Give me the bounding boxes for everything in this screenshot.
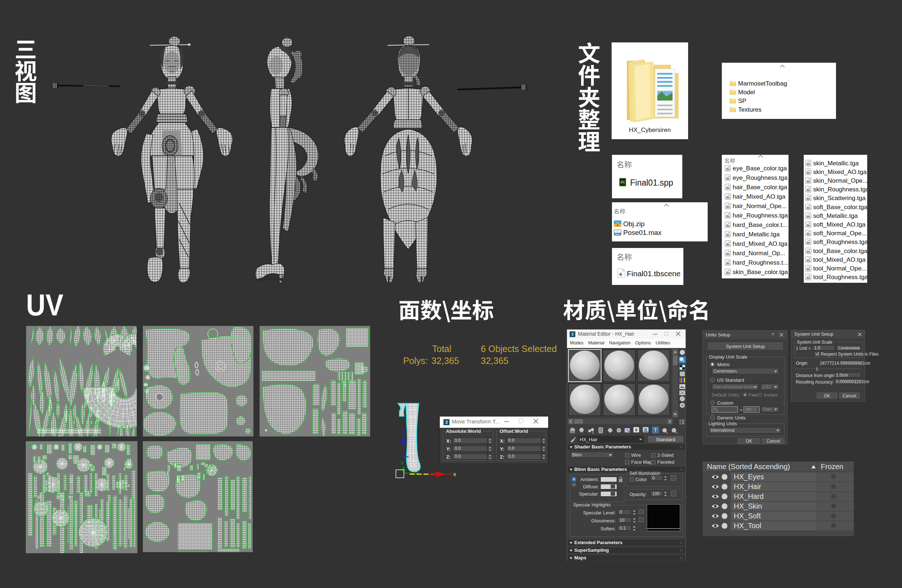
svg-text:0: 0 <box>635 428 637 432</box>
svg-text:2: 2 <box>592 431 594 434</box>
svg-text:MAX: MAX <box>615 233 620 235</box>
svg-text:x: x <box>453 471 456 477</box>
svg-text:3: 3 <box>572 332 573 336</box>
svg-text:Z: Z <box>402 429 405 435</box>
svg-text:Pt: Pt <box>621 180 625 185</box>
svg-text:Y: Y <box>401 460 404 466</box>
